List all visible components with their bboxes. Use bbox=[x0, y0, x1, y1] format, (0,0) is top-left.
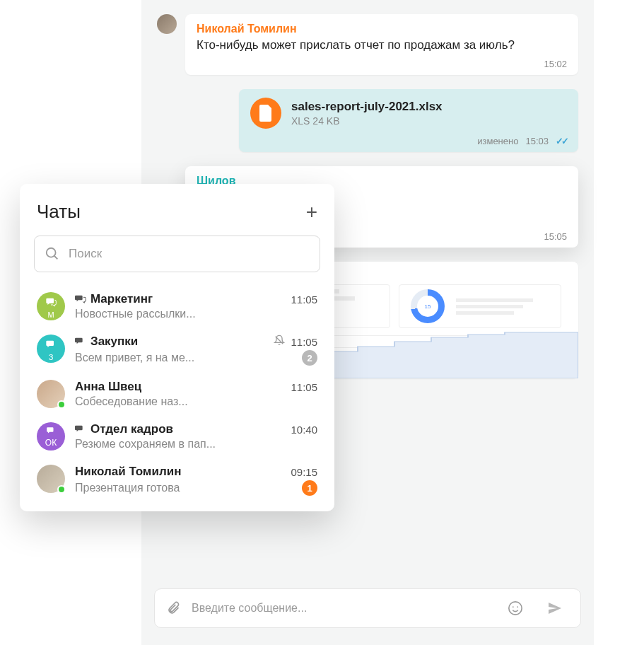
chat-name: Отдел кадров bbox=[75, 422, 173, 436]
attach-button[interactable] bbox=[163, 598, 183, 618]
svg-point-0 bbox=[509, 602, 522, 615]
chat-time: 09:15 bbox=[291, 466, 317, 478]
chat-time: 11:05 bbox=[291, 294, 317, 306]
svg-point-3 bbox=[47, 248, 56, 257]
read-receipt-icon: ✓✓ bbox=[556, 136, 567, 146]
chat-name: Маркетинг bbox=[75, 292, 153, 306]
chat-preview: Всем привет, я на ме... bbox=[75, 351, 295, 364]
presence-indicator bbox=[57, 485, 66, 494]
send-button[interactable] bbox=[538, 588, 572, 628]
mute-icon bbox=[274, 335, 285, 349]
chat-item-marketing[interactable]: М Маркетинг 11:05 Новостные рассылки... bbox=[34, 285, 320, 327]
message-time: 15:03 bbox=[525, 136, 549, 146]
unread-badge: 1 bbox=[302, 480, 317, 496]
channel-icon bbox=[75, 424, 86, 434]
chat-preview: Резюме сохраняем в пап... bbox=[75, 438, 317, 451]
unread-badge: 2 bbox=[302, 350, 317, 366]
chats-panel: Чаты + М Маркетинг 11:05 Новостные bbox=[20, 184, 334, 511]
chat-item-purchases[interactable]: З Закупки 11:05 Всем привет, я на ме... … bbox=[34, 327, 320, 373]
chat-name: Николай Томилин bbox=[75, 465, 181, 479]
svg-point-2 bbox=[517, 606, 518, 608]
message-bubble-file[interactable]: sales-report-july-2021.xlsx XLS 24 KB из… bbox=[239, 89, 578, 152]
file-icon bbox=[250, 98, 281, 129]
message-bubble[interactable]: Николай Томилин Кто-нибудь может прислат… bbox=[185, 14, 578, 75]
channel-icon bbox=[75, 337, 86, 347]
message-row: sales-report-july-2021.xlsx XLS 24 KB из… bbox=[157, 89, 578, 152]
message-text: Кто-нибудь может прислать отчет по прода… bbox=[197, 37, 567, 54]
search-icon bbox=[45, 246, 60, 262]
message-sender: Николай Томилин bbox=[197, 23, 567, 35]
file-meta: XLS 24 KB bbox=[291, 115, 443, 127]
chat-avatar bbox=[37, 465, 65, 493]
chat-avatar: ОК bbox=[37, 422, 65, 451]
chat-preview: Собеседование наз... bbox=[75, 395, 317, 408]
avatar bbox=[157, 14, 177, 34]
chat-item-anna[interactable]: Анна Швец 11:05 Собеседование наз... bbox=[34, 373, 320, 415]
chats-title: Чаты bbox=[37, 201, 81, 223]
chat-item-hr[interactable]: ОК Отдел кадров 10:40 Резюме сохраняем в… bbox=[34, 415, 320, 458]
message-input[interactable] bbox=[192, 602, 497, 615]
svg-line-4 bbox=[54, 256, 58, 260]
emoji-button[interactable] bbox=[505, 598, 525, 618]
file-name: sales-report-july-2021.xlsx bbox=[291, 100, 443, 114]
svg-point-1 bbox=[513, 606, 514, 608]
chat-avatar bbox=[37, 380, 65, 408]
search-input[interactable] bbox=[69, 247, 310, 261]
message-row: Николай Томилин Кто-нибудь может прислат… bbox=[157, 14, 578, 75]
chat-name: Закупки bbox=[75, 335, 138, 349]
message-composer bbox=[154, 588, 581, 628]
chat-time: 11:05 bbox=[291, 336, 317, 348]
presence-indicator bbox=[57, 400, 66, 409]
chat-time: 10:40 bbox=[291, 424, 317, 436]
chat-preview: Презентация готова bbox=[75, 482, 295, 494]
chat-avatar: М bbox=[37, 292, 65, 320]
message-time: 15:02 bbox=[197, 59, 567, 69]
chat-avatar: З bbox=[37, 335, 65, 363]
chat-preview: Новостные рассылки... bbox=[75, 308, 317, 320]
chat-item-nikolay[interactable]: Николай Томилин 09:15 Презентация готова… bbox=[34, 458, 320, 503]
chat-list: М Маркетинг 11:05 Новостные рассылки... … bbox=[34, 285, 320, 503]
chat-time: 11:05 bbox=[291, 381, 317, 393]
message-status-row: изменено 15:03 ✓✓ bbox=[250, 136, 567, 146]
message-status: изменено bbox=[477, 136, 518, 146]
search-box[interactable] bbox=[34, 236, 320, 272]
new-chat-button[interactable]: + bbox=[306, 202, 317, 222]
chat-name: Анна Швец bbox=[75, 380, 141, 394]
file-attachment[interactable]: sales-report-july-2021.xlsx XLS 24 KB bbox=[250, 98, 567, 129]
channel-icon bbox=[75, 294, 86, 304]
